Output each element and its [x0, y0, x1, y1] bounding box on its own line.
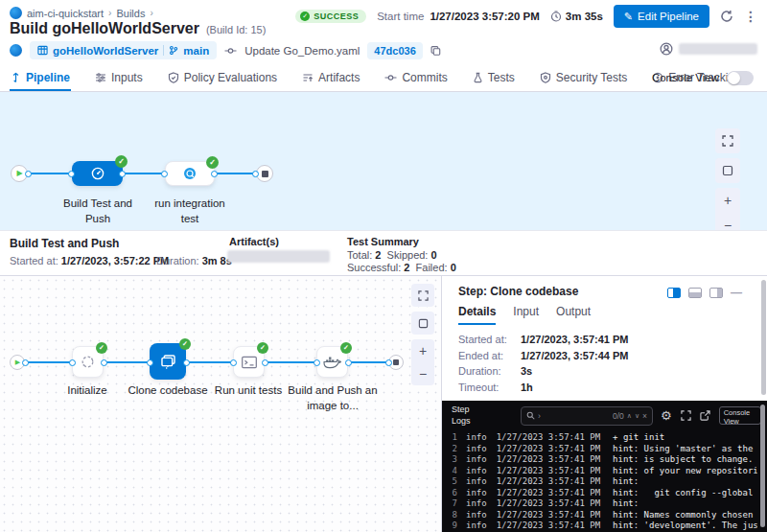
- start-time-value: 1/27/2023 3:57:20 PM: [430, 11, 539, 22]
- tab-artifacts[interactable]: Artifacts: [301, 65, 360, 91]
- node-port: [230, 359, 237, 366]
- edge: [215, 173, 256, 174]
- layout-right-split-button[interactable]: [667, 288, 681, 298]
- git-branch-icon: [169, 45, 178, 56]
- reset-zoom-button[interactable]: [411, 312, 434, 335]
- console-view-toggle[interactable]: [727, 71, 754, 85]
- search-prev-icon[interactable]: ∧: [627, 412, 632, 420]
- zoom-in-button[interactable]: +: [411, 339, 434, 362]
- minimize-panel-button[interactable]: —: [731, 287, 742, 298]
- layout-right-panel-button[interactable]: [709, 288, 723, 298]
- tab-pipeline[interactable]: Pipeline: [10, 65, 71, 91]
- redacted-artifact-value: [227, 250, 330, 263]
- step-details-panel: Step: Clone codebase — Details Input Out…: [442, 276, 767, 532]
- step-panel-tabs: Details Input Output: [458, 305, 591, 325]
- panel-scrollbar-thumb[interactable]: [761, 280, 766, 395]
- open-in-new-icon[interactable]: [700, 410, 710, 421]
- stage-canvas-controls: + −: [715, 128, 740, 238]
- artifacts-icon: [302, 72, 314, 83]
- copy-icon[interactable]: [430, 45, 441, 57]
- edit-pipeline-button[interactable]: ✎ Edit Pipeline: [614, 5, 709, 28]
- test-summary: Test Summary Total: 2 Skipped: 0 Success…: [347, 236, 456, 273]
- log-settings-gear-icon[interactable]: ⚙: [661, 408, 672, 423]
- search-match-count: 0/0: [613, 411, 624, 421]
- inputs-icon: [95, 72, 106, 83]
- canvas-selector-icon: [418, 318, 429, 329]
- reset-zoom-button[interactable]: [715, 158, 740, 183]
- log-search-input[interactable]: [544, 411, 610, 421]
- edge: [265, 361, 316, 363]
- layout-bottom-split-button[interactable]: [688, 288, 702, 298]
- log-line: 4info1/27/2023 3:57:41 PMhint: of your n…: [442, 466, 757, 477]
- success-check-icon: ✓: [300, 12, 310, 21]
- grid-icon: [37, 45, 48, 56]
- tab-tests[interactable]: Tests: [472, 65, 516, 91]
- stage-node-run-integration-test[interactable]: ✓: [165, 161, 215, 186]
- docker-icon: [323, 355, 341, 370]
- fit-to-screen-button[interactable]: [715, 128, 740, 153]
- artifacts-label: Artifact(s): [229, 236, 279, 247]
- log-line: 7info1/27/2023 3:57:41 PMhint:: [442, 498, 757, 510]
- test-summary-title: Test Summary: [347, 236, 456, 247]
- console-header: Step Logs › 0/0 ∧ ∨ × ⚙ Console View: [442, 401, 767, 430]
- build-id: (Build Id: 15): [206, 24, 266, 35]
- fit-to-screen-button[interactable]: [411, 284, 434, 307]
- step-label: Run unit tests: [203, 383, 293, 399]
- edit-pipeline-label: Edit Pipeline: [638, 11, 699, 22]
- field-duration: Duration:3s: [458, 365, 629, 377]
- zoom-out-button[interactable]: −: [411, 362, 434, 385]
- pipeline-branch-pill[interactable]: goHelloWorldServer main: [30, 41, 217, 59]
- fullscreen-icon: [418, 290, 429, 301]
- more-options-button[interactable]: ⋮: [744, 9, 757, 24]
- console-scrollbar-thumb[interactable]: [760, 405, 765, 527]
- pipeline-name: goHelloWorldServer: [53, 45, 158, 57]
- tab-inputs[interactable]: Inputs: [94, 65, 144, 91]
- pipeline-icon: [11, 72, 21, 83]
- commit-hash[interactable]: 47dc036: [367, 42, 422, 59]
- log-fullscreen-icon[interactable]: [681, 410, 691, 421]
- policy-shield-icon: [168, 72, 179, 83]
- console-view-button[interactable]: Console View: [719, 406, 761, 425]
- search-close-icon[interactable]: ×: [642, 411, 647, 421]
- console-view-label: Console View: [652, 72, 719, 83]
- refresh-button[interactable]: [720, 10, 733, 23]
- header-status-area: ✓ SUCCESS Start time 1/27/2023 3:57:20 P…: [295, 5, 757, 28]
- pipeline-meta-row: goHelloWorldServer main Update Go_Demo.y…: [10, 41, 441, 59]
- node-port: [69, 359, 76, 366]
- user-icon[interactable]: [660, 42, 673, 56]
- success-check-icon: ✓: [96, 342, 107, 354]
- page-header: aim-ci-quickstart › Builds › ✓ SUCCESS S…: [0, 0, 767, 65]
- step-node-initialize[interactable]: ✓: [72, 346, 104, 378]
- step-label: Clone codebase: [125, 383, 211, 399]
- node-port: [252, 171, 259, 177]
- tab-output[interactable]: Output: [556, 305, 591, 325]
- fullscreen-icon: [722, 135, 733, 147]
- tab-input[interactable]: Input: [513, 305, 539, 325]
- step-node-build-and-push[interactable]: ✓: [316, 346, 348, 378]
- log-line: 6info1/27/2023 3:57:41 PMhint: git confi…: [442, 488, 757, 499]
- clock-icon: [550, 11, 562, 22]
- node-port: [161, 171, 168, 177]
- field-timeout: Timeout:1h: [458, 382, 629, 393]
- breadcrumb-builds[interactable]: Builds: [116, 8, 145, 19]
- step-node-run-unit-tests[interactable]: ✓: [233, 346, 265, 378]
- step-logs-label: Step Logs: [452, 405, 478, 427]
- edge: [348, 361, 388, 363]
- zoom-in-button[interactable]: +: [715, 188, 740, 213]
- stage-label: run integration test: [147, 197, 233, 226]
- search-next-icon[interactable]: ∨: [635, 412, 639, 420]
- tab-policy-evaluations[interactable]: Policy Evaluations: [167, 65, 278, 91]
- redacted-user-text: [679, 43, 757, 55]
- user-area: [660, 42, 757, 56]
- tab-security-tests[interactable]: Security Tests: [539, 65, 628, 91]
- step-node-clone-codebase[interactable]: ✓: [150, 343, 186, 380]
- tab-details[interactable]: Details: [458, 305, 496, 325]
- tab-commits[interactable]: Commits: [384, 65, 448, 91]
- ci-stage-icon: [90, 166, 105, 181]
- breadcrumb: aim-ci-quickstart › Builds ›: [10, 7, 153, 19]
- breadcrumb-project[interactable]: aim-ci-quickstart: [27, 8, 104, 19]
- node-port: [119, 171, 126, 177]
- flask-icon: [473, 72, 483, 83]
- pencil-icon: ✎: [624, 11, 633, 23]
- stage-node-build-test-and-push[interactable]: ✓: [72, 161, 123, 186]
